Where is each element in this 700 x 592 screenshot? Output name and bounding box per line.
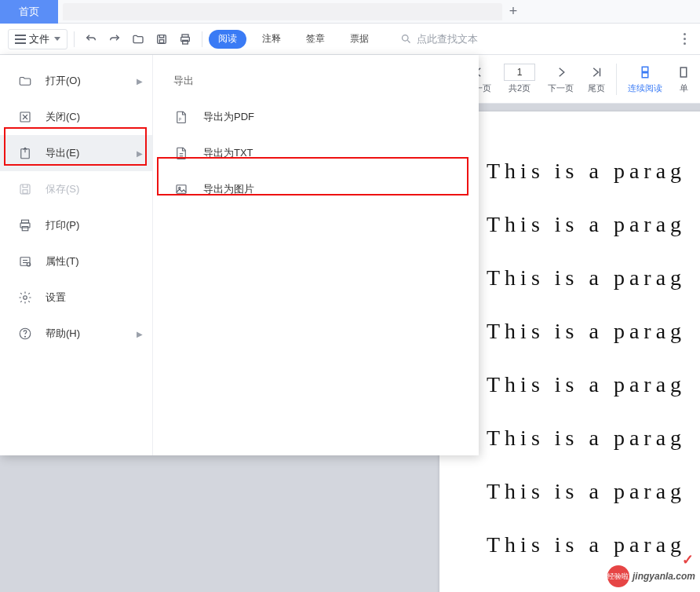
- print-icon: [17, 217, 33, 233]
- nav-next-page[interactable]: 下一页: [541, 60, 580, 97]
- pdf-file-icon: P: [173, 109, 189, 125]
- menu-properties[interactable]: 属性(T): [0, 243, 152, 280]
- main-toolbar: 文件 阅读 注释 签章 票据 点此查找文本: [0, 24, 700, 55]
- doc-text-line: This is a parag: [487, 532, 700, 557]
- search-box[interactable]: 点此查找文本: [400, 32, 478, 46]
- menu-close-label: 关闭(C): [46, 110, 80, 124]
- submenu-title: 导出: [153, 68, 479, 99]
- svg-point-5: [403, 35, 409, 42]
- image-file-icon: [173, 181, 189, 197]
- save-button[interactable]: [151, 29, 172, 49]
- continuous-view-icon: [638, 64, 652, 81]
- view-single-label: 单: [680, 82, 688, 94]
- submenu-export-txt-label: 导出为TXT: [203, 146, 253, 160]
- doc-text-line: This is a parag: [487, 426, 700, 451]
- mode-annotate[interactable]: 注释: [253, 30, 290, 49]
- document-tab[interactable]: [63, 3, 502, 20]
- submenu-export-txt[interactable]: 导出为TXT: [153, 135, 479, 171]
- menu-export[interactable]: 导出(E) ▶: [0, 135, 152, 171]
- submenu-export-pdf-label: 导出为PDF: [203, 110, 254, 124]
- nav-next-label: 下一页: [548, 82, 574, 94]
- separator: [616, 64, 617, 95]
- watermark-url: jingyanla.com: [633, 571, 695, 582]
- title-bar: 首页 +: [0, 0, 700, 24]
- submenu-export-pdf[interactable]: P 导出为PDF: [153, 99, 479, 135]
- svg-rect-10: [642, 73, 648, 78]
- file-menu-submenu: 导出 P 导出为PDF 导出为TXT 导出为图片: [153, 55, 479, 455]
- svg-rect-31: [177, 185, 186, 194]
- close-icon: [17, 109, 33, 125]
- file-menu-button[interactable]: 文件: [8, 29, 67, 49]
- menu-save: 保存(S): [0, 171, 152, 207]
- chevron-right-icon: ▶: [137, 77, 143, 86]
- redo-button[interactable]: [104, 29, 125, 49]
- menu-print[interactable]: 打印(P): [0, 207, 152, 243]
- folder-open-icon: [17, 73, 33, 89]
- svg-text:P: P: [179, 118, 181, 122]
- nav-last-page[interactable]: 尾页: [582, 60, 611, 97]
- svg-point-25: [24, 296, 27, 300]
- view-continuous[interactable]: 连续阅读: [622, 60, 669, 97]
- chevron-right-icon: ▶: [137, 149, 143, 158]
- doc-text-line: This is a parag: [487, 159, 700, 184]
- main-area: 首页 上一页 共2页 下一页 尾页 连续阅读: [0, 55, 700, 592]
- menu-save-label: 保存(S): [46, 182, 79, 196]
- submenu-export-image-label: 导出为图片: [203, 182, 254, 196]
- help-icon: [17, 326, 33, 342]
- menu-properties-label: 属性(T): [46, 254, 79, 269]
- undo-button[interactable]: [81, 29, 101, 49]
- separator: [74, 31, 75, 47]
- file-dropdown-menu: 打开(O) ▶ 关闭(C) 导出(E) ▶ 保存(S) 打印(P): [0, 55, 479, 455]
- open-folder-button[interactable]: [128, 29, 148, 49]
- view-continuous-label: 连续阅读: [628, 82, 662, 94]
- mode-read[interactable]: 阅读: [209, 30, 246, 49]
- search-icon: [400, 33, 412, 45]
- nav-last-label: 尾页: [588, 82, 605, 94]
- menu-open-label: 打开(O): [46, 74, 81, 88]
- mode-invoice[interactable]: 票据: [341, 30, 378, 49]
- save-icon: [17, 181, 33, 197]
- next-page-icon: [554, 64, 568, 81]
- watermark-check-icon: ✓: [682, 551, 694, 568]
- svg-rect-21: [20, 258, 30, 266]
- doc-text-line: This is a parag: [487, 372, 700, 397]
- svg-rect-17: [23, 190, 27, 194]
- svg-rect-1: [159, 39, 163, 42]
- menu-print-label: 打印(P): [46, 218, 79, 232]
- doc-text-line: This is a parag: [487, 319, 700, 344]
- menu-settings[interactable]: 设置: [0, 280, 152, 316]
- watermark-logo: 经验啦: [607, 565, 629, 587]
- menu-open[interactable]: 打开(O) ▶: [0, 63, 152, 99]
- menu-settings-label: 设置: [46, 291, 66, 305]
- page-count-label: 共2页: [509, 82, 530, 94]
- svg-rect-16: [20, 185, 30, 194]
- txt-file-icon: [173, 145, 189, 161]
- svg-line-6: [407, 40, 410, 42]
- add-tab-button[interactable]: +: [502, 1, 524, 23]
- view-single[interactable]: 单: [670, 60, 697, 97]
- hamburger-icon: [15, 35, 26, 44]
- page-number-control: 共2页: [499, 62, 540, 96]
- page-number-input[interactable]: [504, 64, 535, 81]
- chevron-right-icon: ▶: [137, 330, 143, 338]
- print-button[interactable]: [175, 29, 195, 49]
- gear-icon: [17, 290, 33, 305]
- menu-export-label: 导出(E): [46, 146, 79, 160]
- menu-help[interactable]: 帮助(H) ▶: [0, 316, 152, 352]
- watermark: ✓ 经验啦 jingyanla.com: [607, 565, 695, 587]
- submenu-export-image[interactable]: 导出为图片: [153, 171, 479, 207]
- more-menu-button[interactable]: [677, 33, 692, 45]
- doc-text-line: This is a parag: [487, 212, 700, 237]
- svg-rect-20: [22, 227, 28, 231]
- chevron-down-icon: [54, 37, 60, 41]
- doc-text-line: This is a parag: [487, 479, 700, 504]
- home-tab[interactable]: 首页: [0, 0, 58, 24]
- last-page-icon: [589, 64, 603, 81]
- menu-help-label: 帮助(H): [46, 327, 80, 341]
- tab-strip: +: [58, 0, 700, 24]
- file-menu-primary: 打开(O) ▶ 关闭(C) 导出(E) ▶ 保存(S) 打印(P): [0, 55, 153, 455]
- properties-icon: [17, 254, 33, 269]
- svg-rect-11: [680, 68, 687, 77]
- mode-sign[interactable]: 签章: [297, 30, 334, 49]
- menu-close[interactable]: 关闭(C): [0, 99, 152, 135]
